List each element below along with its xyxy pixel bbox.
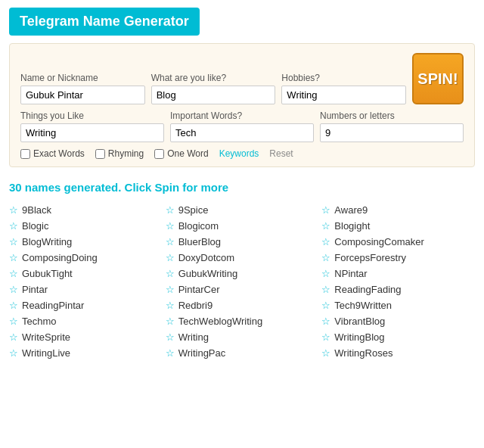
app-title: Telegram Name Generator <box>20 14 189 30</box>
input-name-nickname[interactable] <box>20 86 145 104</box>
star-icon: ☆ <box>9 300 18 311</box>
field-name-nickname: Name or Nickname <box>20 73 145 104</box>
checkbox-exact-words-label[interactable]: Exact Words <box>20 148 85 159</box>
list-item: ☆PintarCer <box>166 284 319 295</box>
checkbox-one-word[interactable] <box>154 149 164 159</box>
name-text: WritingBlog <box>334 331 384 343</box>
label-things-you-like: Things you Like <box>20 110 164 121</box>
list-item: ☆ReadingPintar <box>9 300 163 311</box>
name-text: 9Black <box>22 204 51 216</box>
list-item: ☆ComposingComaker <box>321 236 475 247</box>
spin-button[interactable]: SPIN! <box>412 53 464 104</box>
star-icon: ☆ <box>9 252 18 263</box>
star-icon: ☆ <box>166 268 175 279</box>
list-item: ☆Tech9Written <box>321 300 475 311</box>
name-text: VibrantBlog <box>334 316 385 327</box>
star-icon: ☆ <box>166 252 175 263</box>
list-item: ☆GubukWriting <box>166 268 319 279</box>
name-text: WritingRoses <box>334 347 392 359</box>
name-text: GubukWriting <box>178 268 238 279</box>
star-icon: ☆ <box>166 236 175 247</box>
input-hobbies[interactable] <box>281 86 406 104</box>
list-item: ☆Aware9 <box>321 204 475 216</box>
name-text: Blogicom <box>178 220 219 232</box>
list-item: ☆Blogight <box>321 220 475 232</box>
list-item: ☆WriteSprite <box>9 331 163 343</box>
reset-link[interactable]: Reset <box>269 148 293 159</box>
name-text: Blogight <box>334 220 370 232</box>
keywords-link[interactable]: Keywords <box>219 148 259 159</box>
star-icon: ☆ <box>321 268 330 279</box>
field-hobbies: Hobbies? <box>281 73 406 104</box>
form-section: Name or Nickname What are you like? Hobb… <box>9 43 475 167</box>
star-icon: ☆ <box>166 300 175 311</box>
name-text: ReadingPintar <box>22 300 84 311</box>
star-icon: ☆ <box>9 316 18 327</box>
star-icon: ☆ <box>321 284 330 295</box>
field-what-are-you-like: What are you like? <box>151 73 276 104</box>
list-item: ☆WritingLive <box>9 347 163 359</box>
name-text: DoxyDotcom <box>178 252 234 263</box>
list-item: ☆DoxyDotcom <box>166 252 319 263</box>
star-icon: ☆ <box>9 236 18 247</box>
checkbox-rhyming[interactable] <box>95 149 105 159</box>
list-item: ☆BluerBlog <box>166 236 319 247</box>
list-item: ☆BlogWriting <box>9 236 163 247</box>
name-text: ComposingComaker <box>334 236 424 247</box>
list-item: ☆Redbri9 <box>166 300 319 311</box>
list-item: ☆Pintar <box>9 284 163 295</box>
input-what-are-you-like[interactable] <box>151 86 276 104</box>
star-icon: ☆ <box>321 220 330 232</box>
form-row-2: Things you Like Important Words? Numbers… <box>20 110 464 142</box>
list-item: ☆VibrantBlog <box>321 316 475 327</box>
name-text: GubukTight <box>22 268 73 279</box>
input-important-words[interactable] <box>170 123 314 142</box>
star-icon: ☆ <box>321 236 330 247</box>
names-grid: ☆9Black☆9Spice☆Aware9☆Blogic☆Blogicom☆Bl… <box>9 204 475 359</box>
name-text: Redbri9 <box>178 300 213 311</box>
one-word-label: One Word <box>167 148 208 159</box>
name-text: TechWeblogWriting <box>178 316 263 327</box>
field-important-words: Important Words? <box>170 110 314 142</box>
name-text: NPintar <box>334 268 367 279</box>
star-icon: ☆ <box>166 316 175 327</box>
name-text: 9Spice <box>178 204 209 216</box>
list-item: ☆9Spice <box>166 204 319 216</box>
rhyming-label: Rhyming <box>108 148 144 159</box>
list-item: ☆ForcepsForestry <box>321 252 475 263</box>
field-numbers-letters: Numbers or letters <box>320 110 464 142</box>
input-things-you-like[interactable] <box>20 123 164 142</box>
star-icon: ☆ <box>166 347 175 359</box>
input-numbers-letters[interactable] <box>320 123 464 142</box>
star-icon: ☆ <box>9 284 18 295</box>
checkbox-one-word-label[interactable]: One Word <box>154 148 208 159</box>
name-text: WritingPac <box>178 347 226 359</box>
results-count: 30 names generated. Click Spin for more <box>9 181 475 194</box>
form-row-1: Name or Nickname What are you like? Hobb… <box>20 53 464 104</box>
list-item: ☆Blogicom <box>166 220 319 232</box>
list-item: ☆Techmo <box>9 316 163 327</box>
star-icon: ☆ <box>321 316 330 327</box>
label-name-nickname: Name or Nickname <box>20 73 145 83</box>
checkbox-exact-words[interactable] <box>20 149 30 159</box>
list-item: ☆NPintar <box>321 268 475 279</box>
name-text: WriteSprite <box>22 331 70 343</box>
name-text: PintarCer <box>178 284 220 295</box>
star-icon: ☆ <box>166 284 175 295</box>
name-text: WritingLive <box>22 347 70 359</box>
star-icon: ☆ <box>9 347 18 359</box>
label-important-words: Important Words? <box>170 110 314 121</box>
star-icon: ☆ <box>9 220 18 232</box>
label-hobbies: Hobbies? <box>281 73 406 83</box>
name-text: Blogic <box>22 220 48 232</box>
field-things-you-like: Things you Like <box>20 110 164 142</box>
list-item: ☆GubukTight <box>9 268 163 279</box>
checkbox-rhyming-label[interactable]: Rhyming <box>95 148 144 159</box>
name-text: BluerBlog <box>178 236 221 247</box>
list-item: ☆WritingRoses <box>321 347 475 359</box>
list-item: ☆Writing <box>166 331 319 343</box>
star-icon: ☆ <box>166 220 175 232</box>
list-item: ☆TechWeblogWriting <box>166 316 319 327</box>
name-text: Aware9 <box>334 204 368 216</box>
name-text: Pintar <box>22 284 48 295</box>
